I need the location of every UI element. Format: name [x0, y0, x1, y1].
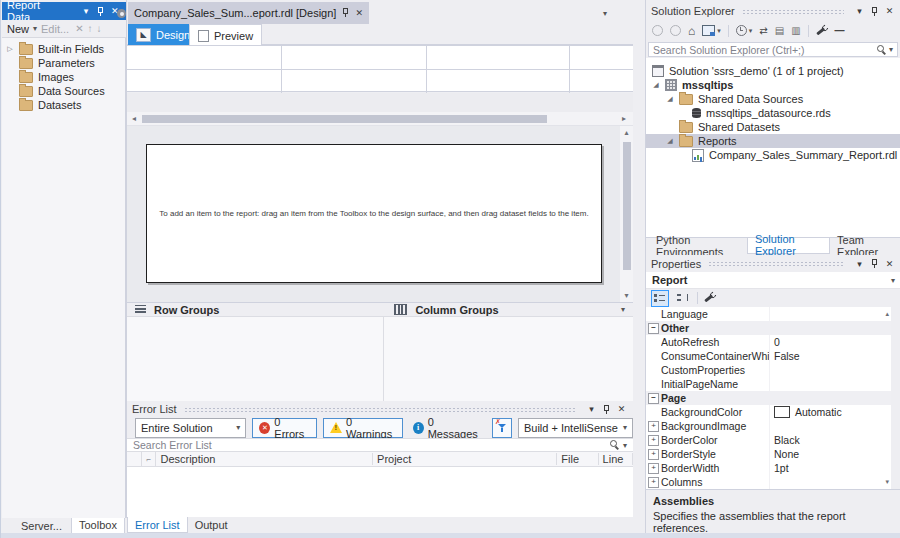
property-row[interactable]: BorderStyle None [646, 447, 891, 462]
expand-icon[interactable] [648, 463, 659, 474]
property-row[interactable]: AutoRefresh 0 [646, 335, 891, 350]
design-tab[interactable]: ◣ Design [128, 24, 198, 45]
pin-icon[interactable] [868, 257, 881, 270]
column-file[interactable]: File [557, 453, 598, 465]
tree-item-images[interactable]: Images [2, 70, 125, 84]
expander-icon[interactable]: ◢ [652, 81, 660, 89]
property-row[interactable]: BorderColor Black [646, 433, 891, 448]
properties-object-selector[interactable]: Report ▾ [646, 272, 900, 289]
errors-filter-button[interactable]: 0 Errors [252, 418, 317, 438]
categorized-button[interactable] [651, 290, 669, 307]
options-gear-icon[interactable] [117, 9, 126, 18]
property-value[interactable] [769, 363, 891, 377]
tree-item-datasource-file[interactable]: mssqltips_datasource.rds [646, 106, 900, 120]
horizontal-scrollbar[interactable]: ◂ ▸ [127, 112, 633, 126]
new-dropdown-icon[interactable]: ▾ [33, 24, 37, 33]
pin-icon[interactable] [868, 5, 881, 18]
property-row[interactable]: Language ▴ [646, 307, 891, 322]
error-list-search[interactable]: ▾ [127, 438, 633, 452]
tree-item-data-sources[interactable]: Data Sources [2, 84, 125, 98]
property-value[interactable]: False [769, 349, 891, 363]
scroll-right-icon[interactable]: ▸ [617, 114, 631, 123]
scroll-down-icon[interactable]: ▾ [620, 291, 633, 300]
pin-icon[interactable] [94, 5, 106, 18]
move-down-icon[interactable]: ↓ [97, 23, 102, 34]
tree-item-report-file[interactable]: Company_Sales_Summary_Report.rdl [646, 148, 900, 162]
expander-icon[interactable]: ◢ [666, 137, 674, 145]
solution-search-box[interactable]: ▾ [648, 42, 898, 57]
property-row[interactable]: BorderWidth 1pt [646, 461, 891, 476]
tree-item-project[interactable]: ◢ mssqltips [646, 78, 900, 92]
tab-solution-explorer[interactable]: Solution Explorer [747, 238, 830, 254]
search-icon[interactable] [877, 45, 887, 55]
tab-toolbox[interactable]: Toolbox [71, 518, 125, 534]
design-canvas[interactable]: To add an item to the report: drag an it… [127, 126, 620, 302]
property-value[interactable] [769, 377, 891, 391]
property-row[interactable]: BackgroundColor Automatic [646, 405, 891, 420]
scroll-up-icon[interactable]: ▴ [620, 128, 633, 137]
new-button[interactable]: New [7, 23, 29, 35]
scrollbar-thumb[interactable] [142, 115, 547, 123]
window-position-icon[interactable]: ▾ [853, 5, 866, 18]
property-value[interactable]: 0 [769, 335, 891, 349]
property-row[interactable]: Columns ▾ [646, 475, 891, 490]
expander-icon[interactable]: ◢ [666, 95, 674, 103]
report-data-titlebar[interactable]: Report Data ▾ ✕ [2, 2, 126, 20]
move-up-icon[interactable]: ↑ [88, 23, 93, 34]
search-options-icon[interactable]: ▾ [889, 45, 893, 54]
vertical-scrollbar[interactable]: ▴ ▾ [620, 126, 633, 302]
property-category-row[interactable]: Other [646, 321, 891, 336]
property-pages-icon[interactable] [704, 292, 716, 304]
tree-item-reports[interactable]: ◢ Reports [646, 134, 900, 148]
window-position-icon[interactable]: ▾ [80, 5, 92, 18]
expand-icon[interactable] [648, 477, 659, 488]
window-position-icon[interactable]: ▾ [853, 257, 866, 270]
preview-tab[interactable]: Preview [189, 24, 262, 46]
tab-output[interactable]: Output [188, 518, 235, 533]
pin-icon[interactable] [341, 7, 350, 20]
column-line[interactable]: Line [599, 453, 633, 465]
scroll-left-icon[interactable]: ◂ [127, 114, 141, 123]
search-icon[interactable] [610, 440, 620, 450]
property-row[interactable]: ConsumeContainerWhitespa False [646, 349, 891, 364]
document-tab[interactable]: Company_Sales_Sum...eport.rdl [Design] ✕ [128, 2, 369, 24]
severity-column-icon[interactable]: ⌐ [142, 452, 157, 466]
expand-icon[interactable] [648, 449, 659, 460]
error-list-body[interactable] [127, 467, 633, 517]
property-row[interactable]: InitialPageName [646, 377, 891, 392]
close-icon[interactable]: ✕ [883, 257, 896, 270]
filter-button[interactable]: ✗ [492, 418, 512, 438]
back-icon[interactable] [652, 25, 663, 36]
alphabetical-button[interactable] [675, 291, 691, 306]
grouping-panes[interactable] [127, 317, 633, 401]
show-all-files-icon[interactable]: ▥ [791, 25, 800, 36]
tab-error-list[interactable]: Error List [127, 517, 188, 533]
switch-views-button[interactable]: ▾ [702, 25, 721, 36]
chevron-down-icon[interactable]: ▾ [891, 276, 895, 285]
scroll-up-icon[interactable]: ▴ [885, 310, 889, 318]
solution-search-input[interactable] [653, 44, 877, 56]
property-value[interactable]: None [769, 447, 891, 461]
home-icon[interactable]: ⌂ [688, 25, 695, 37]
tree-item-parameters[interactable]: Parameters [2, 56, 125, 70]
property-value[interactable]: Black [769, 433, 891, 447]
close-icon[interactable]: ✕ [883, 5, 896, 18]
column-description[interactable]: Description [156, 453, 373, 465]
tab-python-environments[interactable]: Python Environments [649, 238, 747, 253]
scroll-down-icon[interactable]: ▾ [885, 478, 889, 486]
build-intellisense-dropdown[interactable]: Build + IntelliSense ▾ [518, 418, 633, 438]
tree-item-built-in-fields[interactable]: ▷ Built-in Fields [2, 42, 125, 56]
document-list-dropdown-icon[interactable]: ▾ [603, 9, 607, 18]
tablix-grid[interactable] [127, 45, 633, 92]
sync-icon[interactable]: ⇄ [759, 25, 767, 36]
tab-team-explorer[interactable]: Team Explorer [830, 238, 900, 253]
scrollbar-thumb[interactable] [623, 142, 631, 270]
tree-item-shared-data-sources[interactable]: ◢ Shared Data Sources [646, 92, 900, 106]
delete-icon[interactable]: ✕ [75, 23, 83, 34]
tree-item-solution[interactable]: Solution 'ssrs_demo' (1 of 1 project) [646, 64, 900, 78]
forward-icon[interactable] [670, 25, 681, 36]
property-value[interactable] [769, 475, 891, 489]
expander-icon[interactable]: ▷ [6, 45, 14, 53]
column-project[interactable]: Project [373, 453, 557, 465]
scope-dropdown[interactable]: Entire Solution ▾ [135, 418, 246, 438]
